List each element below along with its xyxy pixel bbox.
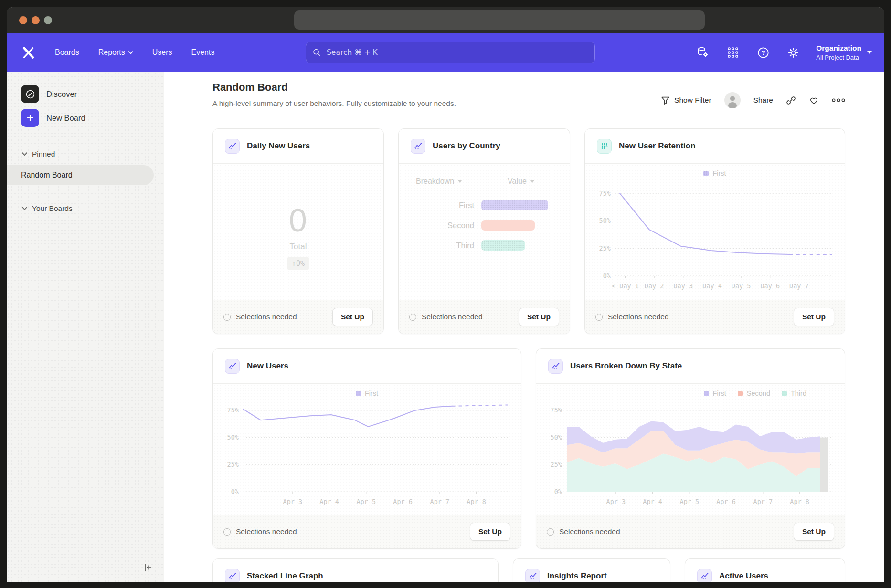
- svg-text:50%: 50%: [551, 433, 562, 441]
- status-circle-icon: [223, 314, 231, 321]
- svg-text:< Day 1: < Day 1: [612, 282, 639, 290]
- project-name: All Project Data: [816, 53, 861, 62]
- card-users-by-country: Users by Country Breakdown Value First S…: [398, 128, 570, 334]
- svg-text:25%: 25%: [551, 461, 562, 468]
- country-bars: First Second Third: [399, 195, 570, 255]
- top-navbar: Boards Reports Users Events: [7, 33, 884, 72]
- metric-label: Total: [290, 242, 307, 252]
- svg-text:Day 7: Day 7: [789, 282, 809, 290]
- card-body: FirstSecondThird 75%50%25%0%Apr 3Apr 4Ap…: [536, 384, 845, 516]
- set-up-button[interactable]: Set Up: [519, 308, 559, 326]
- new-users-line-chart: 75%50%25%0%Apr 3Apr 4Apr 5Apr 6Apr 7Apr …: [213, 384, 522, 516]
- svg-text:Apr 5: Apr 5: [357, 498, 376, 505]
- bar: [481, 200, 548, 210]
- card-header: Insights Report: [513, 559, 670, 582]
- status-circle-icon: [547, 528, 554, 536]
- window-close-button[interactable]: [19, 16, 27, 24]
- show-filter-button[interactable]: Show Filter: [661, 96, 711, 105]
- card-users-by-state: Users Broken Down By State FirstSecondTh…: [536, 348, 845, 549]
- sidebar-item-new-board[interactable]: New Board: [21, 109, 164, 127]
- value-dropdown[interactable]: Value: [508, 177, 534, 186]
- global-search[interactable]: [306, 42, 595, 63]
- search-input[interactable]: [326, 48, 588, 57]
- nav-item-events[interactable]: Events: [191, 48, 215, 57]
- dropdown-label: Breakdown: [416, 177, 454, 186]
- org-name: Organization: [816, 43, 861, 53]
- org-project-switcher[interactable]: Organization All Project Data: [816, 43, 872, 62]
- window-minimize-button[interactable]: [32, 16, 40, 24]
- chevron-down-icon: [128, 51, 133, 54]
- svg-text:Apr 3: Apr 3: [606, 498, 626, 505]
- data-management-icon[interactable]: [696, 45, 710, 60]
- card-body: First 75%50%25%0%< Day 1Day 2Day 3Day 4D…: [585, 164, 845, 302]
- share-button[interactable]: Share: [753, 96, 773, 105]
- bar-label: Second: [399, 221, 481, 230]
- card-header: New User Retention: [585, 129, 845, 164]
- svg-text:75%: 75%: [599, 189, 611, 197]
- nav-item-label: Reports: [98, 48, 125, 57]
- card-header: Active Users: [685, 559, 845, 582]
- svg-text:Apr 6: Apr 6: [716, 498, 736, 505]
- favorite-heart-icon[interactable]: [809, 95, 819, 105]
- line-chart-icon: [548, 359, 563, 374]
- card-title: Daily New Users: [247, 141, 310, 151]
- more-options-icon[interactable]: [832, 97, 845, 103]
- set-up-button[interactable]: Set Up: [332, 308, 373, 326]
- sidebar-section-pinned[interactable]: Pinned: [22, 150, 164, 158]
- nav-item-boards[interactable]: Boards: [55, 48, 79, 57]
- retention-grid-icon: [597, 139, 612, 154]
- svg-text:25%: 25%: [599, 244, 611, 252]
- sidebar-collapse-button[interactable]: [143, 562, 153, 575]
- set-up-button[interactable]: Set Up: [470, 523, 510, 541]
- svg-text:Day 4: Day 4: [702, 282, 722, 290]
- dropdown-label: Value: [508, 177, 527, 186]
- show-filter-label: Show Filter: [674, 96, 711, 105]
- breakdown-dropdown[interactable]: Breakdown: [416, 177, 462, 186]
- apps-grid-icon[interactable]: [726, 45, 740, 60]
- section-label: Your Boards: [32, 204, 73, 213]
- card-title: New Users: [247, 361, 288, 371]
- bar: [481, 240, 525, 251]
- settings-gear-icon[interactable]: [786, 45, 800, 60]
- status-text: Selections needed: [236, 313, 297, 321]
- nav-item-label: Boards: [55, 48, 79, 57]
- nav-item-users[interactable]: Users: [152, 48, 172, 57]
- bar-row: First: [399, 195, 570, 215]
- copy-link-icon[interactable]: [786, 95, 796, 105]
- card-header: Users by Country: [399, 129, 570, 164]
- set-up-button[interactable]: Set Up: [794, 523, 834, 541]
- bar-label: First: [399, 201, 481, 210]
- page-subtitle: A high-level summary of user behaviors. …: [212, 99, 456, 108]
- svg-text:50%: 50%: [599, 217, 611, 224]
- line-chart-icon: [525, 569, 540, 583]
- desktop: Boards Reports Users Events: [0, 0, 891, 588]
- svg-text:Day 5: Day 5: [732, 282, 751, 290]
- help-icon[interactable]: ?: [756, 45, 770, 60]
- line-chart-icon: [411, 139, 425, 154]
- browser-address-bar[interactable]: [294, 10, 705, 30]
- sidebar-item-discover[interactable]: Discover: [21, 85, 164, 103]
- svg-text:Day 6: Day 6: [760, 282, 780, 290]
- svg-text:Day 3: Day 3: [673, 282, 693, 290]
- card-daily-new-users: Daily New Users 0 Total ↑0% Selections n…: [212, 128, 384, 334]
- nav-menu: Boards Reports Users Events: [55, 48, 214, 57]
- status-text: Selections needed: [608, 313, 669, 321]
- svg-text:Apr 8: Apr 8: [790, 498, 809, 505]
- svg-text:25%: 25%: [227, 461, 239, 468]
- window-zoom-button[interactable]: [44, 16, 52, 24]
- svg-text:Day 2: Day 2: [645, 282, 664, 290]
- sidebar-item-random-board[interactable]: Random Board: [7, 165, 154, 185]
- sidebar-section-your-boards[interactable]: Your Boards: [22, 204, 164, 213]
- svg-text:50%: 50%: [227, 433, 239, 441]
- search-icon: [313, 48, 321, 57]
- mixpanel-logo-icon[interactable]: [22, 46, 35, 59]
- board-content: Random Board A high-level summary of use…: [164, 72, 884, 582]
- card-header: New Users: [213, 349, 521, 384]
- svg-text:0%: 0%: [231, 488, 239, 495]
- set-up-button[interactable]: Set Up: [794, 308, 834, 326]
- bar: [481, 220, 535, 231]
- avatar[interactable]: [724, 92, 741, 108]
- sidebar-item-label: New Board: [46, 114, 85, 123]
- nav-item-reports[interactable]: Reports: [98, 48, 133, 57]
- chevron-down-icon: [458, 180, 462, 183]
